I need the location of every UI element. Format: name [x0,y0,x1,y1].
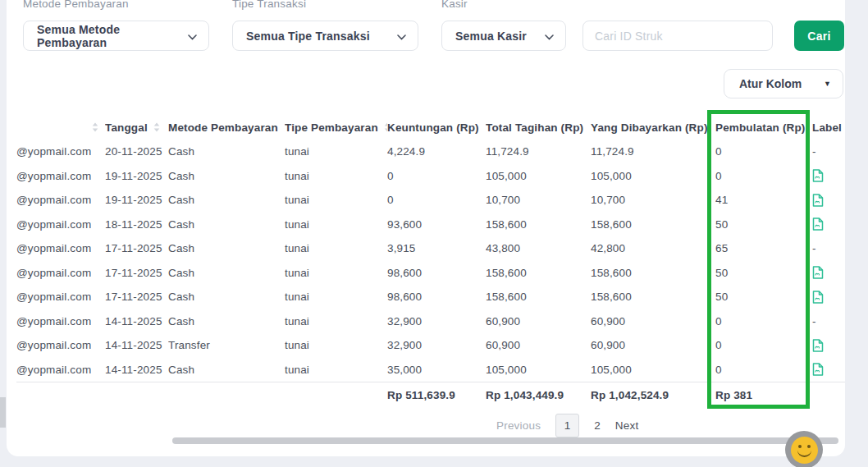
cell-tanggal: 17-11-2025 [105,285,168,309]
cell-metode: Cash [168,140,285,164]
cell-email: @yopmail.com [16,188,105,213]
cell-pembulatan: 0 [715,164,812,189]
cell-label [812,213,845,237]
pdf-file-icon[interactable] [812,194,824,207]
table-row: @yopmail.com17-11-2025Cashtunai98,600158… [16,285,845,309]
chevron-down-icon [545,30,554,43]
column-header-total: Total Tagihan (Rp) [486,115,591,140]
table-row: @yopmail.com14-11-2025Transfertunai32,90… [16,333,845,358]
cell-keuntungan: 98,600 [387,261,486,286]
cell-label: - [812,140,845,164]
table-header-row: TanggalMetode PembayaranTipe PembayaranK… [16,115,845,140]
pdf-file-icon[interactable] [812,363,824,376]
cell-tanggal: 19-11-2025 [105,188,168,213]
pdf-file-icon[interactable] [812,266,824,279]
pagination-page-1-current[interactable]: 1 [555,414,579,437]
cari-button[interactable]: Cari [794,21,844,51]
sort-icon [92,122,98,132]
metode-pembayaran-value: Semua Metode Pembayaran [37,23,188,49]
column-header-email[interactable] [16,115,105,140]
cell-total: 10,700 [486,188,591,213]
atur-kolom-select[interactable]: Atur Kolom ▼ [724,69,843,98]
cell-email: @yopmail.com [16,213,105,237]
column-header-keuntungan: Keuntungan (Rp) [387,115,486,140]
cell-pembulatan: 0 [715,358,812,382]
cell-metode: Cash [168,309,285,334]
total-tanggal [105,382,168,408]
cell-email: @yopmail.com [16,333,105,358]
cell-keuntungan: 93,600 [387,213,486,237]
table-row: @yopmail.com14-11-2025Cashtunai35,000105… [16,358,845,382]
cell-dibayarkan: 11,724.9 [591,140,715,164]
cell-tanggal: 14-11-2025 [105,333,168,358]
search-id-struk-input[interactable] [582,21,773,51]
tipe-transaksi-select[interactable]: Semua Tipe Transaksi [232,21,418,51]
filter-label-tipe-transaksi: Tipe Transaksi [232,0,306,10]
cell-label [812,358,845,382]
cell-label [812,164,845,189]
cell-label [812,261,845,286]
metode-pembayaran-select[interactable]: Semua Metode Pembayaran [23,21,209,51]
cell-tanggal: 19-11-2025 [105,164,168,189]
kasir-select[interactable]: Semua Kasir [441,21,566,51]
pagination-page-2[interactable]: 2 [594,419,601,432]
cell-label [812,333,845,358]
cell-dibayarkan: 42,800 [591,236,715,261]
cell-tipe: tunai [285,261,387,286]
cell-tipe: tunai [285,140,387,164]
cell-pembulatan: 50 [715,213,812,237]
column-header-metode[interactable]: Metode Pembayaran [168,115,285,140]
filter-label-kasir: Kasir [441,0,468,10]
pdf-file-icon[interactable] [812,217,824,231]
smiley-face-icon [791,437,818,464]
table-row: @yopmail.com19-11-2025Cashtunai010,70010… [16,188,845,213]
report-screen: Metode Pembayaran Semua Metode Pembayara… [0,0,868,467]
cell-total: 60,900 [486,309,591,334]
pagination-next[interactable]: Next [615,419,639,432]
cell-metode: Cash [168,285,285,309]
atur-kolom-label: Atur Kolom [739,77,802,90]
cell-email: @yopmail.com [16,164,105,189]
cell-dibayarkan: 158,600 [591,285,715,309]
cell-dibayarkan: 158,600 [591,261,715,286]
cell-tipe: tunai [285,236,387,261]
total-total: Rp 1,043,449.9 [486,382,591,408]
caret-down-icon: ▼ [824,80,831,88]
cell-pembulatan: 41 [715,188,812,213]
pagination-previous[interactable]: Previous [496,419,541,432]
horizontal-scrollbar[interactable] [172,437,838,444]
cell-keuntungan: 98,600 [387,285,486,309]
no-label-dash: - [812,242,816,254]
cell-metode: Cash [168,188,285,213]
cell-keuntungan: 3,915 [387,236,486,261]
pdf-file-icon[interactable] [812,169,824,182]
total-metode [168,382,285,408]
cell-dibayarkan: 10,700 [591,188,715,213]
chevron-down-icon [397,30,406,43]
pdf-file-icon[interactable] [812,339,824,352]
total-label [812,382,845,408]
total-pembulatan: Rp 381 [715,382,812,408]
column-header-tipe[interactable]: Tipe Pembayaran [285,115,387,140]
column-header-pembulatan: Pembulatan (Rp) [715,115,812,140]
cell-total: 60,900 [486,333,591,358]
cell-pembulatan: 0 [715,309,812,334]
cell-tipe: tunai [285,333,387,358]
pagination: Previous 1 2 Next [496,414,638,437]
table-row: @yopmail.com17-11-2025Cashtunai3,91543,8… [16,236,845,261]
cell-pembulatan: 50 [715,285,812,309]
tipe-transaksi-value: Semua Tipe Transaksi [246,30,370,43]
cell-label: - [812,309,845,334]
cell-pembulatan: 65 [715,236,812,261]
cell-metode: Cash [168,358,285,382]
no-label-dash: - [812,315,816,327]
cell-label [812,188,845,213]
feedback-smiley-button[interactable] [785,431,823,467]
table-totals-row: Rp 511,639.9Rp 1,043,449.9Rp 1,042,524.9… [16,382,845,408]
column-header-tanggal[interactable]: Tanggal [105,115,168,140]
pdf-file-icon[interactable] [812,291,824,304]
filter-label-metode-pembayaran: Metode Pembayaran [23,0,129,10]
total-email [16,382,105,408]
cell-metode: Cash [168,213,285,237]
cell-metode: Cash [168,261,285,286]
